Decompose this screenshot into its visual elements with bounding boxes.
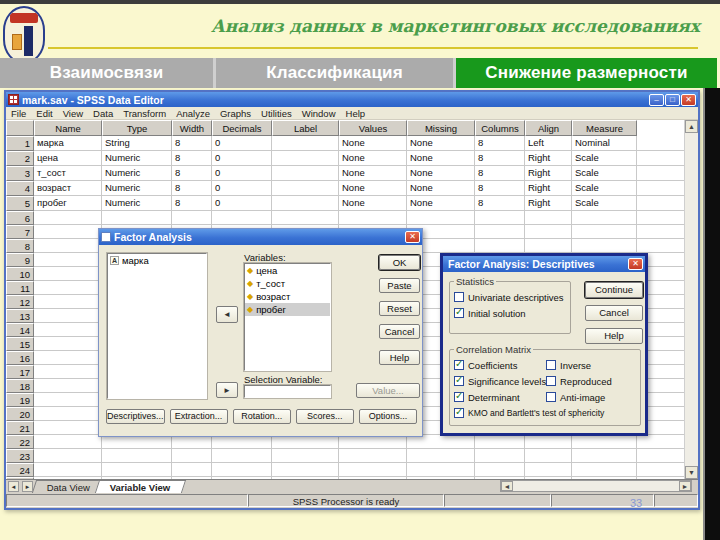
empty-cell[interactable] bbox=[34, 365, 102, 379]
menu-graphs[interactable]: Graphs bbox=[215, 108, 256, 119]
cancel-button[interactable]: Cancel bbox=[379, 324, 420, 339]
cell-columns[interactable]: 8 bbox=[475, 151, 525, 166]
list-item[interactable]: ◆ возраст bbox=[245, 290, 330, 303]
empty-cell[interactable] bbox=[102, 463, 172, 477]
ok-button[interactable]: OK bbox=[379, 255, 420, 270]
cell-type[interactable]: Numeric bbox=[102, 151, 172, 166]
help-button[interactable]: Help bbox=[379, 350, 420, 365]
cell-measure[interactable]: Scale bbox=[572, 166, 637, 181]
horizontal-scrollbar[interactable]: ◄ ► bbox=[500, 480, 692, 492]
col-header-label[interactable]: Label bbox=[272, 120, 339, 136]
option-inverse[interactable]: Inverse bbox=[546, 357, 636, 373]
row-header[interactable]: 20 bbox=[6, 407, 34, 421]
cell-width[interactable]: 8 bbox=[172, 166, 212, 181]
empty-cell[interactable] bbox=[34, 309, 102, 323]
checkbox[interactable] bbox=[454, 376, 464, 386]
empty-cell[interactable] bbox=[34, 463, 102, 477]
empty-cell[interactable] bbox=[34, 407, 102, 421]
cell-label[interactable] bbox=[272, 136, 339, 151]
scroll-up-icon[interactable]: ▲ bbox=[685, 120, 698, 133]
checkbox[interactable] bbox=[454, 360, 464, 370]
empty-cell[interactable] bbox=[34, 351, 102, 365]
scores-button[interactable]: Scores... bbox=[296, 409, 354, 424]
cell-align[interactable]: Right bbox=[525, 151, 572, 166]
row-header[interactable]: 6 bbox=[6, 211, 34, 225]
empty-cell[interactable] bbox=[34, 253, 102, 267]
empty-cell[interactable] bbox=[572, 435, 637, 449]
option-reproduced[interactable]: Reproduced bbox=[546, 373, 636, 389]
empty-cell[interactable] bbox=[212, 435, 272, 449]
empty-cell[interactable] bbox=[34, 379, 102, 393]
list-item[interactable]: ◆ т_сост bbox=[245, 277, 330, 290]
cell-align[interactable]: Left bbox=[525, 136, 572, 151]
empty-cell[interactable] bbox=[34, 239, 102, 253]
col-header-decimals[interactable]: Decimals bbox=[212, 120, 272, 136]
empty-cell[interactable] bbox=[637, 463, 684, 477]
help-button[interactable]: Help bbox=[585, 328, 643, 344]
empty-cell[interactable] bbox=[34, 295, 102, 309]
cell-measure[interactable]: Nominal bbox=[572, 136, 637, 151]
empty-cell[interactable] bbox=[475, 239, 525, 253]
cell-name[interactable]: пробег bbox=[34, 196, 102, 211]
empty-cell[interactable] bbox=[272, 435, 339, 449]
cell-decimals[interactable]: 0 bbox=[212, 181, 272, 196]
cell-label[interactable] bbox=[272, 151, 339, 166]
empty-cell[interactable] bbox=[212, 211, 272, 225]
row-header[interactable]: 3 bbox=[6, 166, 34, 181]
empty-cell[interactable] bbox=[102, 435, 172, 449]
empty-cell[interactable] bbox=[272, 211, 339, 225]
row-header[interactable]: 16 bbox=[6, 351, 34, 365]
empty-cell[interactable] bbox=[272, 449, 339, 463]
cell-decimals[interactable]: 0 bbox=[212, 196, 272, 211]
empty-cell[interactable] bbox=[637, 225, 684, 239]
empty-cell[interactable] bbox=[212, 463, 272, 477]
selection-variable-field[interactable] bbox=[244, 385, 331, 398]
cell-align[interactable]: Right bbox=[525, 181, 572, 196]
row-header[interactable]: 10 bbox=[6, 267, 34, 281]
cell-columns[interactable]: 8 bbox=[475, 166, 525, 181]
source-variable-list[interactable]: A марка bbox=[107, 253, 207, 399]
option-univariate-descriptives[interactable]: Univariate descriptives bbox=[454, 289, 566, 305]
row-header[interactable]: 18 bbox=[6, 379, 34, 393]
empty-cell[interactable] bbox=[339, 211, 407, 225]
close-button[interactable]: ✕ bbox=[681, 94, 696, 106]
scroll-left-icon[interactable]: ◄ bbox=[501, 481, 513, 491]
empty-cell[interactable] bbox=[34, 323, 102, 337]
cell-measure[interactable]: Scale bbox=[572, 196, 637, 211]
list-item[interactable]: ◆ цена bbox=[245, 264, 330, 277]
cell-type[interactable]: Numeric bbox=[102, 196, 172, 211]
row-header[interactable]: 8 bbox=[6, 239, 34, 253]
option-anti-image[interactable]: Anti-image bbox=[546, 389, 636, 405]
descriptives-button[interactable]: Descriptives... bbox=[106, 409, 165, 424]
empty-cell[interactable] bbox=[572, 211, 637, 225]
col-header-columns[interactable]: Columns bbox=[475, 120, 525, 136]
cell-decimals[interactable]: 0 bbox=[212, 151, 272, 166]
scroll-down-icon[interactable]: ▼ bbox=[685, 466, 698, 479]
empty-cell[interactable] bbox=[34, 211, 102, 225]
empty-cell[interactable] bbox=[475, 463, 525, 477]
checkbox[interactable] bbox=[454, 408, 464, 418]
minimize-button[interactable]: – bbox=[649, 94, 664, 106]
tab-variable-view[interactable]: Variable View bbox=[95, 480, 186, 493]
cell-decimals[interactable]: 0 bbox=[212, 166, 272, 181]
options-button[interactable]: Options... bbox=[359, 409, 417, 424]
empty-cell[interactable] bbox=[525, 449, 572, 463]
cell-values[interactable]: None bbox=[339, 196, 407, 211]
cancel-button[interactable]: Cancel bbox=[585, 305, 643, 321]
empty-cell[interactable] bbox=[34, 267, 102, 281]
empty-cell[interactable] bbox=[172, 449, 212, 463]
empty-cell[interactable] bbox=[34, 435, 102, 449]
row-header[interactable]: 24 bbox=[6, 463, 34, 477]
empty-cell[interactable] bbox=[572, 225, 637, 239]
empty-cell[interactable] bbox=[172, 435, 212, 449]
option-determinant[interactable]: Determinant bbox=[454, 389, 546, 405]
checkbox[interactable] bbox=[454, 392, 464, 402]
list-item[interactable]: A марка bbox=[108, 254, 206, 267]
menu-transform[interactable]: Transform bbox=[118, 108, 171, 119]
empty-cell[interactable] bbox=[212, 449, 272, 463]
cell-missing[interactable]: None bbox=[407, 166, 475, 181]
menu-view[interactable]: View bbox=[58, 108, 88, 119]
paste-button[interactable]: Paste bbox=[379, 278, 420, 293]
cell-decimals[interactable]: 0 bbox=[212, 136, 272, 151]
empty-cell[interactable] bbox=[572, 449, 637, 463]
